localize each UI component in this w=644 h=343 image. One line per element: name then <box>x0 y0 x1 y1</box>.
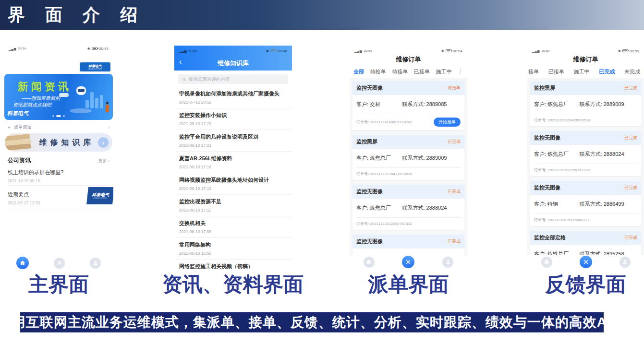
nav-orders-button[interactable] <box>54 258 65 269</box>
tab-incomplete[interactable]: 未完成 <box>624 68 640 75</box>
order-title: 监控全部定格 <box>534 234 566 241</box>
order-customer: 客户: 交材 <box>356 101 402 108</box>
status-time: 00:48 <box>278 49 287 53</box>
signal-icon: ▂▄▆ <box>179 49 187 53</box>
thumbnail-brand-subtext: KETAI ELECTRIC <box>93 197 107 199</box>
tab-pending-accept[interactable]: 待接单 <box>392 68 408 75</box>
brand-logo-text: 科泰电气 <box>88 64 102 68</box>
start-grab-button[interactable]: 开始抢单 <box>434 118 461 127</box>
order-card[interactable]: 监控全部定格 已完成 客户: 炼铁总厂 联系方式: 2895258 订单号: 2… <box>530 231 641 256</box>
network-speed: 262 B/s <box>541 50 549 52</box>
article-list-item[interactable]: 宇视录像机如何添加海康或其他厂家摄像头 2021-07-12 20:52 <box>174 87 292 108</box>
tab-pending-accept[interactable]: 接单 <box>528 68 539 75</box>
person-illustration <box>106 105 109 112</box>
order-customer: 客户: 炼焦总厂 <box>534 101 580 108</box>
company-news-header-row: 公司资讯 更多 › <box>8 156 109 165</box>
order-number: 订单号: 20211122102255767332 <box>356 221 412 226</box>
books-illustration <box>5 133 36 152</box>
bottom-nav <box>350 255 467 269</box>
person-icon <box>445 259 451 265</box>
dispatch-notice-row[interactable]: 派单通知 › <box>8 123 109 131</box>
robot-illustration <box>76 86 86 95</box>
nav-home-button[interactable] <box>16 257 29 269</box>
tab-all[interactable]: 全部 <box>353 68 364 75</box>
bottom-nav <box>527 255 644 269</box>
eye-icon: ◉ <box>266 49 269 53</box>
order-card[interactable]: 监控无图像 已完成 客户: 炼焦总厂 联系方式: 2888024 订单号: 20… <box>530 131 641 176</box>
home-icon <box>544 259 549 265</box>
brand-logo-subtext: KETAI ELECTRIC <box>88 68 102 70</box>
article-title: 交换机相关 <box>179 220 287 227</box>
order-status-badge: 已完成 <box>624 85 637 91</box>
order-card[interactable]: 监控黑屏 已完成 客户: 炼焦总厂 联系方式: 2889009 订单号: 202… <box>530 81 641 126</box>
phone-dispatch-screen: ▂▄▆ 262 B/s ◉ 00:54 维修订单 全部 待抢单 待接单 已接单 … <box>350 46 467 269</box>
app-header: ▂▄▆ 40.7 B/s ◉ 00:48 ‹ 维修知识库 <box>174 46 292 71</box>
tab-accepted[interactable]: 已接单 <box>414 68 430 75</box>
nav-profile-button[interactable] <box>90 258 101 269</box>
article-list-item[interactable]: 监控安装操作小知识 2021-06-10 17:23 <box>174 108 292 130</box>
article-list-item[interactable]: 网络视频监控系统摄像头地址如何设计 2021-06-10 17:13 <box>174 173 292 195</box>
nav-orders-button[interactable] <box>580 256 592 268</box>
search-icon <box>182 77 186 82</box>
order-status-badge: 已完成 <box>624 185 637 191</box>
footer-banner: 采用互联网主流业务运维模式，集派单、接单、反馈、统计、分析、实时跟踪、绩效与一体… <box>20 312 604 332</box>
nav-home-button[interactable] <box>364 257 375 268</box>
order-card[interactable]: 监控无图像 已完成 客户: 特钢 联系方式: 2886499 订单号: 2021… <box>530 181 641 226</box>
more-link[interactable]: 更多 › <box>98 158 110 164</box>
order-number: 订单号: 20211122135433578539 <box>356 171 412 177</box>
search-input[interactable]: 搜索您感兴趣的内容 <box>178 74 288 84</box>
order-contact: 联系方式: 2889009 <box>580 101 624 108</box>
tab-accepted[interactable]: 已接单 <box>548 68 564 75</box>
status-time: 00:59 <box>630 49 639 53</box>
news-item-date: 2021-10-19 09:18 <box>8 178 109 183</box>
nav-home-button[interactable] <box>541 257 552 268</box>
article-title: 宇视录像机如何添加海康或其他厂家摄像头 <box>179 90 287 97</box>
nav-profile-button[interactable] <box>442 257 453 268</box>
eye-icon: ◉ <box>618 49 621 53</box>
status-bar: ▂▄▆ 262 B/s ◉ 00:54 <box>350 47 467 54</box>
article-list-item[interactable]: 监控出现资源不足 2021-06-10 17:11 <box>174 195 292 216</box>
battery-icon <box>622 49 628 52</box>
news-banner[interactable]: 新闻资讯 ——想知道最新的 资讯那就点点我吧 科泰电气 <box>4 74 113 120</box>
article-list-item[interactable]: 交换机相关 2021-06-10 17:08 <box>174 216 292 238</box>
article-date: 2021-06-10 17:11 <box>179 208 287 213</box>
tab-in-progress[interactable]: 施工中 <box>436 68 451 75</box>
article-list-item[interactable]: 监控平台用的几种设备说明及区别 2021-06-10 17:21 <box>174 130 292 152</box>
banner-chart-bar <box>100 95 103 108</box>
divider <box>8 185 109 186</box>
tab-in-progress[interactable]: 施工中 <box>574 68 590 75</box>
tab-completed[interactable]: 已完成 <box>599 68 615 75</box>
order-card[interactable]: 监控无图像 待抢单 客户: 交材 联系方式: 2889085 订单号: 2021… <box>352 81 464 130</box>
article-date: 2021-06-10 17:08 <box>179 229 287 234</box>
order-tabs: 全部 待抢单 待接单 已接单 施工中 丨 <box>350 66 467 78</box>
article-list-item[interactable]: 夏普AR-256L维修资料 2021-06-10 17:16 <box>174 152 292 173</box>
order-customer: 客户: 炼焦总厂 <box>534 151 580 158</box>
status-bar: ▂▄▆ 262 B/s ◉ 00:44 <box>4 45 113 52</box>
article-list-item[interactable]: 网络监控施工相关视频（初稿） <box>174 260 292 269</box>
article-title: 网络视频监控系统摄像头地址如何设计 <box>179 177 287 184</box>
order-card[interactable]: 监控无图像 已完成 客户: 特钢 联系方式: 2886499 <box>352 235 464 256</box>
notice-label: 派单通知 <box>14 124 31 130</box>
eye-icon: ◉ <box>441 49 444 53</box>
nav-profile-button[interactable] <box>620 257 631 268</box>
order-card[interactable]: 监控黑屏 已完成 客户: 炼焦总厂 联系方式: 2889009 订单号: 202… <box>352 135 464 180</box>
order-status-badge: 已完成 <box>448 139 461 145</box>
order-contact: 联系方式: 2888024 <box>402 204 447 212</box>
banner-chart-bar <box>90 92 94 108</box>
knowledge-base-card[interactable]: 维修知识库 › <box>5 133 112 152</box>
order-status-badge: 已完成 <box>624 235 637 241</box>
article-list-item[interactable]: 常用网络架构 2021-06-10 16:58 <box>174 238 292 260</box>
article-date: 2021-06-10 17:23 <box>179 121 287 126</box>
news-list-item[interactable]: 线上培训的录屏在哪里? 2021-10-19 09:18 <box>8 169 109 183</box>
knowledge-base-go-button[interactable]: › <box>98 137 109 148</box>
signal-icon: ▂▄▆ <box>354 49 362 53</box>
network-speed: 40.7 B/s <box>188 50 197 52</box>
tab-pending-grab[interactable]: 待抢单 <box>370 68 386 75</box>
order-contact: 联系方式: 2888024 <box>580 151 624 158</box>
article-list: 宇视录像机如何添加海康或其他厂家摄像头 2021-07-12 20:52 监控安… <box>174 87 292 269</box>
wrench-icon <box>583 259 589 265</box>
slide: 界 面 介 绍 ▂▄▆ 262 B/s ◉ 00:44 科泰电气 KETAI E… <box>0 0 644 343</box>
order-card[interactable]: 监控无图像 已完成 客户: 炼焦总厂 联系方式: 2888024 订单号: 20… <box>352 185 464 230</box>
company-news-title: 公司资讯 <box>8 156 31 165</box>
nav-orders-button[interactable] <box>402 256 414 268</box>
